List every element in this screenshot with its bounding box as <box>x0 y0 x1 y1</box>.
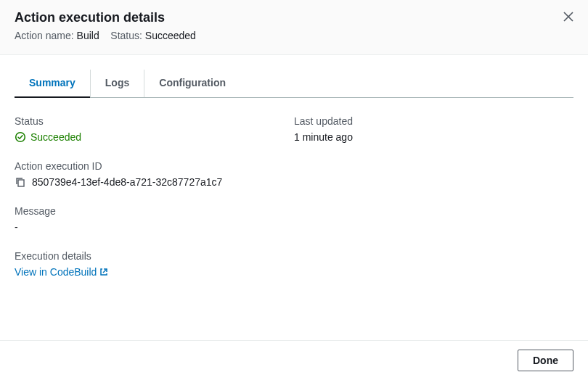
exec-id-value: 850739e4-13ef-4de8-a721-32c87727a1c7 <box>32 176 222 188</box>
exec-details-link-text: View in CodeBuild <box>15 266 97 278</box>
status-text: Succeeded <box>30 131 81 143</box>
summary-panel: Status Succeeded Last updated 1 minute a… <box>15 98 573 278</box>
dialog-footer: Done <box>0 340 588 380</box>
status-label: Status <box>15 115 294 127</box>
last-updated-value: 1 minute ago <box>294 131 573 143</box>
dialog-header: Action execution details Action name: Bu… <box>0 0 588 55</box>
close-button[interactable] <box>560 9 576 25</box>
copy-button[interactable] <box>15 176 26 188</box>
success-icon <box>15 131 26 143</box>
tab-summary[interactable]: Summary <box>15 70 91 97</box>
exec-details-label: Execution details <box>15 250 573 262</box>
message-label: Message <box>15 205 573 217</box>
last-updated-label: Last updated <box>294 115 573 127</box>
action-name-value: Build <box>77 30 99 41</box>
action-name-label: Action name: <box>15 30 74 41</box>
external-link-icon <box>99 268 108 276</box>
tab-logs[interactable]: Logs <box>91 70 144 97</box>
svg-rect-1 <box>18 180 24 186</box>
status-value: Succeeded <box>15 131 294 143</box>
message-value: - <box>15 221 573 233</box>
dialog-subheader: Action name: Build Status: Succeeded <box>15 30 573 41</box>
exec-id-label: Action execution ID <box>15 160 573 172</box>
view-in-codebuild-link[interactable]: View in CodeBuild <box>15 266 108 278</box>
dialog-content: Summary Logs Configuration Status Succee… <box>0 70 588 278</box>
tabs: Summary Logs Configuration <box>15 70 573 98</box>
header-status-label: Status: <box>110 30 142 41</box>
header-status-value: Succeeded <box>145 30 196 41</box>
copy-icon <box>15 176 26 188</box>
done-button[interactable]: Done <box>518 350 573 371</box>
close-icon <box>563 12 573 22</box>
tab-configuration[interactable]: Configuration <box>144 70 240 97</box>
dialog-title: Action execution details <box>15 10 573 25</box>
